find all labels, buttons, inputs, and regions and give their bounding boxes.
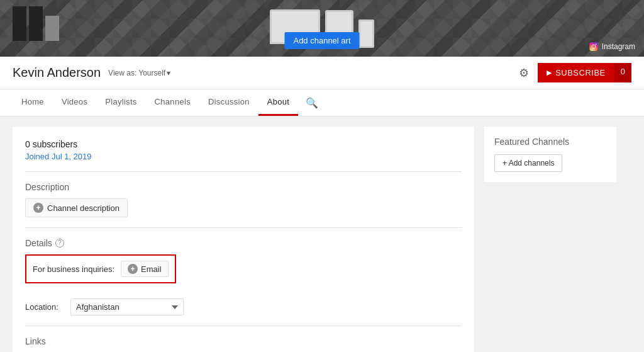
- nav-search-icon[interactable]: 🔍: [301, 91, 323, 115]
- description-title: Description: [25, 182, 462, 192]
- svg-point-2: [596, 44, 597, 45]
- stats-section: 0 subscribers Joined Jul 1, 2019: [25, 139, 462, 172]
- instagram-banner-label: Instagram: [602, 42, 635, 51]
- youtube-play-icon: ▶: [547, 69, 552, 77]
- channel-logo: [13, 6, 59, 41]
- add-channels-button[interactable]: + Add channels: [494, 154, 562, 172]
- email-button[interactable]: + Email: [121, 261, 169, 277]
- instagram-banner-badge: Instagram: [589, 42, 635, 52]
- links-section: Links Insta: [25, 336, 462, 352]
- channel-banner: Add channel art Instagram: [0, 0, 644, 57]
- location-select[interactable]: Afghanistan: [70, 298, 184, 315]
- view-as-label: View as:: [108, 69, 136, 77]
- settings-button[interactable]: ⚙: [516, 64, 531, 82]
- tab-discussion[interactable]: Discussion: [199, 89, 258, 116]
- channel-name: Kevin Anderson: [13, 65, 101, 80]
- business-inquiry-row: For business inquiries: + Email: [25, 254, 176, 283]
- view-as-chevron-icon: ▾: [167, 69, 170, 77]
- channel-actions: ⚙ ▶ Subscribe 0: [516, 63, 631, 82]
- business-inquiry-label: For business inquiries:: [33, 264, 114, 274]
- subscribers-count: 0 subscribers: [25, 139, 462, 149]
- about-panel: 0 subscribers Joined Jul 1, 2019 Descrip…: [13, 127, 474, 352]
- main-content: 0 subscribers Joined Jul 1, 2019 Descrip…: [0, 116, 629, 352]
- links-title: Links: [25, 336, 462, 346]
- view-as-dropdown[interactable]: Yourself ▾: [138, 69, 170, 77]
- email-label: Email: [141, 264, 162, 274]
- description-section: Description + Channel description: [25, 182, 462, 228]
- logo-block-2: [29, 6, 43, 41]
- location-row: Location: Afghanistan: [25, 298, 462, 315]
- add-channel-art-button[interactable]: Add channel art: [284, 32, 359, 49]
- channel-header: Kevin Anderson View as: Yourself ▾ ⚙ ▶ S…: [0, 57, 644, 89]
- tab-home[interactable]: Home: [13, 89, 53, 116]
- channel-navigation: Home Videos Playlists Channels Discussio…: [0, 89, 644, 116]
- details-help-icon[interactable]: ?: [55, 239, 64, 247]
- svg-rect-0: [589, 42, 597, 50]
- tab-channels[interactable]: Channels: [146, 89, 199, 116]
- tab-about[interactable]: About: [258, 89, 298, 116]
- featured-channels-box: Featured Channels + Add channels: [484, 127, 616, 182]
- sidebar: Featured Channels + Add channels: [484, 127, 616, 352]
- tab-videos[interactable]: Videos: [53, 89, 96, 116]
- email-plus-icon: +: [128, 264, 138, 274]
- channel-name-area: Kevin Anderson View as: Yourself ▾: [13, 65, 170, 80]
- gear-icon: ⚙: [519, 67, 529, 79]
- channel-description-label: Channel description: [47, 203, 119, 213]
- join-date: Joined Jul 1, 2019: [25, 152, 462, 161]
- subscribe-wrapper: ▶ Subscribe 0: [538, 63, 631, 82]
- view-as-value: Yourself: [138, 69, 165, 77]
- plus-circle-icon: +: [33, 203, 43, 213]
- logo-block-1: [13, 6, 26, 41]
- location-label: Location:: [25, 302, 63, 312]
- channel-description-button[interactable]: + Channel description: [25, 198, 128, 217]
- logo-block-3: [45, 16, 59, 41]
- instagram-banner-icon: [589, 42, 599, 52]
- details-section: Details ? For business inquiries: + Emai…: [25, 238, 462, 326]
- details-title: Details ?: [25, 238, 462, 248]
- subscribe-label: Subscribe: [555, 68, 606, 77]
- subscriber-count: 0: [614, 63, 631, 82]
- tab-playlists[interactable]: Playlists: [96, 89, 145, 116]
- details-label: Details: [25, 238, 52, 248]
- view-as-selector[interactable]: View as: Yourself ▾: [108, 69, 170, 77]
- subscribe-button[interactable]: ▶ Subscribe: [538, 63, 614, 82]
- featured-channels-title: Featured Channels: [494, 137, 606, 147]
- phone-device: [358, 20, 374, 48]
